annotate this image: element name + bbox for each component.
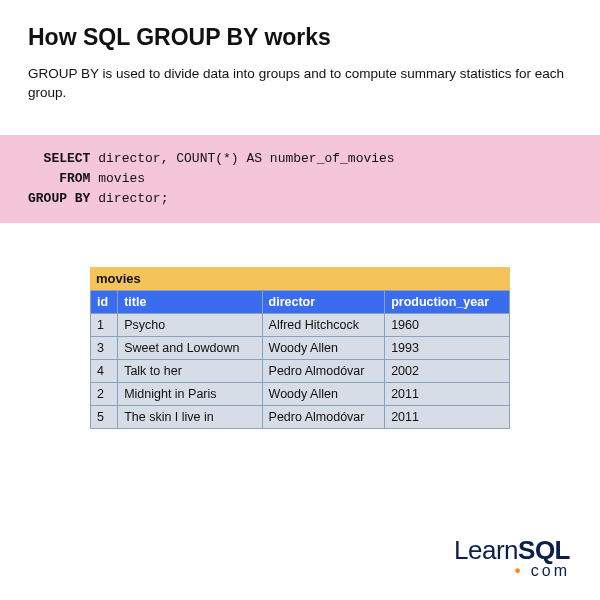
- table-row: 1 Psycho Alfred Hitchcock 1960: [91, 314, 510, 337]
- cell: Sweet and Lowdown: [118, 337, 262, 360]
- code-groupby-rest: director;: [90, 191, 168, 206]
- cell: Midnight in Paris: [118, 383, 262, 406]
- cell: Psycho: [118, 314, 262, 337]
- cell: Pedro Almodóvar: [262, 406, 385, 429]
- code-from-rest: movies: [90, 171, 145, 186]
- cell: 1960: [385, 314, 510, 337]
- cell: Woody Allen: [262, 383, 385, 406]
- cell: 3: [91, 337, 118, 360]
- keyword-from: FROM: [59, 171, 90, 186]
- table-row: 5 The skin I live in Pedro Almodóvar 201…: [91, 406, 510, 429]
- cell: 2002: [385, 360, 510, 383]
- cell: 5: [91, 406, 118, 429]
- keyword-select: SELECT: [44, 151, 91, 166]
- table-name-header: movies: [90, 267, 510, 290]
- learnsql-logo: LearnSQL • com: [454, 535, 570, 580]
- cell: Alfred Hitchcock: [262, 314, 385, 337]
- cell: 2011: [385, 383, 510, 406]
- cell: 2: [91, 383, 118, 406]
- col-director: director: [262, 291, 385, 314]
- cell: 2011: [385, 406, 510, 429]
- cell: Woody Allen: [262, 337, 385, 360]
- code-select-rest: director, COUNT(*) AS number_of_movies: [90, 151, 394, 166]
- cell: 4: [91, 360, 118, 383]
- keyword-groupby: GROUP BY: [28, 191, 90, 206]
- table-row: 2 Midnight in Paris Woody Allen 2011: [91, 383, 510, 406]
- movies-table: id title director production_year 1 Psyc…: [90, 290, 510, 429]
- sql-code-block: SELECT director, COUNT(*) AS number_of_m…: [0, 135, 600, 223]
- table-row: 3 Sweet and Lowdown Woody Allen 1993: [91, 337, 510, 360]
- cell: The skin I live in: [118, 406, 262, 429]
- table-header-row: id title director production_year: [91, 291, 510, 314]
- cell: Pedro Almodóvar: [262, 360, 385, 383]
- cell: 1: [91, 314, 118, 337]
- col-title: title: [118, 291, 262, 314]
- cell: 1993: [385, 337, 510, 360]
- col-production-year: production_year: [385, 291, 510, 314]
- intro-description: GROUP BY is used to divide data into gro…: [28, 65, 572, 103]
- page-title: How SQL GROUP BY works: [28, 24, 572, 51]
- movies-table-container: movies id title director production_year…: [90, 267, 510, 429]
- col-id: id: [91, 291, 118, 314]
- table-row: 4 Talk to her Pedro Almodóvar 2002: [91, 360, 510, 383]
- cell: Talk to her: [118, 360, 262, 383]
